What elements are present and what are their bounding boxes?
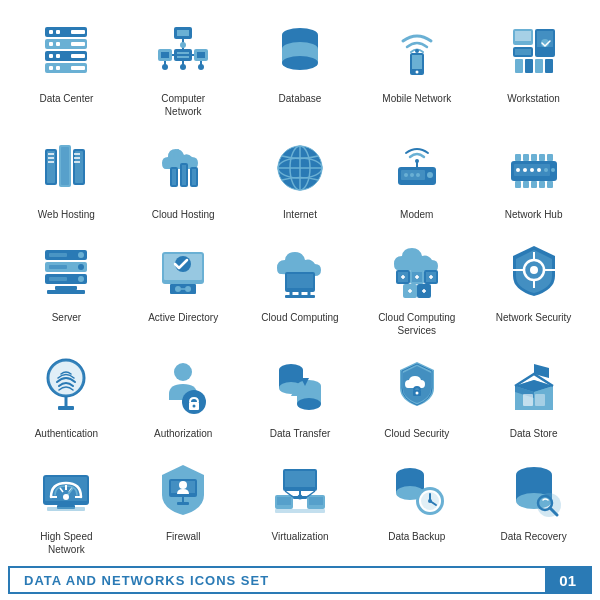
label-network-hub: Network Hub bbox=[505, 208, 563, 221]
icon-box-data-transfer bbox=[264, 351, 336, 423]
icon-item-computer-network: Computer Network bbox=[125, 10, 242, 122]
label-data-transfer: Data Transfer bbox=[270, 427, 331, 440]
label-virtualization: Virtualization bbox=[271, 530, 328, 543]
icon-box-data-recovery bbox=[498, 454, 570, 526]
svg-rect-7 bbox=[49, 66, 53, 70]
svg-point-104 bbox=[537, 168, 541, 172]
icon-item-server: Server bbox=[8, 229, 125, 341]
svg-point-162 bbox=[415, 392, 418, 395]
svg-point-41 bbox=[415, 71, 418, 74]
svg-rect-52 bbox=[535, 59, 543, 73]
svg-point-152 bbox=[193, 405, 196, 408]
icon-item-data-backup: Data Backup bbox=[358, 448, 475, 560]
svg-point-27 bbox=[180, 42, 186, 48]
footer-number: 01 bbox=[545, 568, 590, 592]
svg-rect-21 bbox=[161, 52, 169, 58]
svg-rect-96 bbox=[515, 181, 521, 188]
svg-rect-23 bbox=[197, 52, 205, 58]
svg-rect-186 bbox=[277, 497, 291, 505]
label-computer-network: Computer Network bbox=[143, 92, 223, 118]
svg-rect-114 bbox=[49, 265, 67, 269]
svg-rect-12 bbox=[71, 30, 85, 34]
icon-item-network-security: Network Security bbox=[475, 229, 592, 341]
svg-rect-50 bbox=[515, 59, 523, 73]
icon-item-internet: Internet bbox=[242, 126, 359, 225]
label-cloud-hosting: Cloud Hosting bbox=[152, 208, 215, 221]
svg-point-83 bbox=[427, 172, 433, 178]
svg-rect-94 bbox=[539, 154, 545, 161]
label-web-hosting: Web Hosting bbox=[38, 208, 95, 221]
svg-point-203 bbox=[428, 499, 432, 503]
svg-point-193 bbox=[297, 495, 302, 500]
icon-box-authentication bbox=[30, 351, 102, 423]
icon-box-workstation bbox=[498, 16, 570, 88]
svg-rect-179 bbox=[177, 502, 189, 505]
svg-point-42 bbox=[415, 49, 419, 53]
icon-item-data-transfer: Data Transfer bbox=[242, 345, 359, 444]
svg-point-106 bbox=[551, 168, 555, 172]
label-server: Server bbox=[52, 311, 81, 324]
label-data-center: Data Center bbox=[39, 92, 93, 105]
svg-point-173 bbox=[63, 494, 69, 500]
svg-rect-55 bbox=[47, 151, 55, 183]
icon-item-active-directory: Active Directory bbox=[125, 229, 242, 341]
svg-rect-53 bbox=[545, 59, 553, 73]
icon-item-authorization: Authorization bbox=[125, 345, 242, 444]
icon-item-high-speed-network: High Speed Network bbox=[8, 448, 125, 560]
label-data-recovery: Data Recovery bbox=[501, 530, 567, 543]
icon-box-cloud-security bbox=[381, 351, 453, 423]
icon-box-internet bbox=[264, 132, 336, 204]
svg-point-144 bbox=[530, 266, 538, 274]
svg-point-123 bbox=[185, 286, 191, 292]
svg-rect-115 bbox=[49, 277, 67, 281]
label-high-speed-network: High Speed Network bbox=[26, 530, 106, 556]
label-data-backup: Data Backup bbox=[388, 530, 445, 543]
icon-item-modem: Modem bbox=[358, 126, 475, 225]
svg-point-101 bbox=[516, 168, 520, 172]
svg-rect-182 bbox=[285, 471, 315, 487]
icon-box-mobile-network bbox=[381, 16, 453, 88]
svg-point-180 bbox=[179, 481, 187, 489]
icon-box-network-security bbox=[498, 235, 570, 307]
svg-rect-163 bbox=[523, 394, 533, 406]
icon-box-cloud-computing-services bbox=[381, 235, 453, 307]
svg-rect-130 bbox=[285, 295, 315, 298]
icon-box-high-speed-network bbox=[30, 454, 102, 526]
icon-item-cloud-hosting: Cloud Hosting bbox=[125, 126, 242, 225]
svg-rect-92 bbox=[523, 154, 529, 161]
icon-item-database: Database bbox=[242, 10, 359, 122]
svg-rect-117 bbox=[47, 290, 85, 294]
svg-rect-51 bbox=[525, 59, 533, 73]
label-cloud-security: Cloud Security bbox=[384, 427, 449, 440]
svg-rect-113 bbox=[49, 253, 67, 257]
svg-rect-14 bbox=[71, 54, 85, 58]
label-active-directory: Active Directory bbox=[148, 311, 218, 324]
svg-rect-57 bbox=[61, 147, 69, 185]
icon-box-modem bbox=[381, 132, 453, 204]
label-internet: Internet bbox=[283, 208, 317, 221]
label-modem: Modem bbox=[400, 208, 433, 221]
icon-item-data-recovery: Data Recovery bbox=[475, 448, 592, 560]
label-cloud-computing: Cloud Computing bbox=[261, 311, 338, 324]
svg-rect-175 bbox=[47, 507, 85, 511]
svg-rect-6 bbox=[49, 54, 53, 58]
svg-rect-188 bbox=[309, 497, 323, 505]
label-workstation: Workstation bbox=[507, 92, 560, 105]
svg-rect-5 bbox=[49, 42, 53, 46]
svg-rect-93 bbox=[531, 154, 537, 161]
svg-rect-45 bbox=[515, 31, 531, 41]
svg-point-88 bbox=[416, 173, 420, 177]
svg-rect-100 bbox=[547, 181, 553, 188]
icon-box-firewall bbox=[147, 454, 219, 526]
svg-rect-194 bbox=[275, 509, 325, 513]
icon-box-network-hub bbox=[498, 132, 570, 204]
icon-item-mobile-network: Mobile Network bbox=[358, 10, 475, 122]
icon-box-virtualization bbox=[264, 454, 336, 526]
icon-box-cloud-hosting bbox=[147, 132, 219, 204]
label-firewall: Firewall bbox=[166, 530, 200, 543]
svg-rect-69 bbox=[182, 165, 186, 185]
svg-rect-4 bbox=[49, 30, 53, 34]
icon-item-authentication: Authentication bbox=[8, 345, 125, 444]
svg-point-105 bbox=[544, 168, 548, 172]
footer-title: DATA AND NETWORKS ICONS SET bbox=[10, 573, 545, 588]
